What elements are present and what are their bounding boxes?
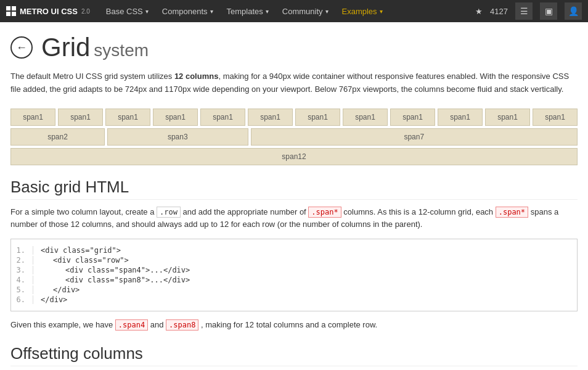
- basic-grid-description: For a simple two column layout, create a…: [10, 206, 578, 232]
- nav-icon-person[interactable]: 👤: [565, 2, 582, 20]
- star-count: 4127: [490, 7, 508, 16]
- grid-cell: span1: [153, 109, 198, 126]
- code-line-5: 5. </div>: [11, 285, 577, 295]
- grid-cell: span1: [200, 109, 245, 126]
- nav-links: Base CSS ▾ Components ▾ Templates ▾ Comm…: [100, 0, 475, 22]
- grid-cell: span1: [248, 109, 293, 126]
- code-span-star-1: .span*: [308, 207, 341, 218]
- grid-demo: span1 span1 span1 span1 span1 span1 span…: [10, 109, 578, 165]
- code-content: </div>: [41, 286, 80, 294]
- nav-icon-monitor[interactable]: ▣: [540, 2, 557, 20]
- back-button[interactable]: ←: [10, 36, 33, 59]
- grid-cell: span1: [10, 109, 55, 126]
- code-content: </div>: [41, 295, 67, 304]
- line-number: 1.: [11, 246, 33, 255]
- code-line-3: 3. <div class="span4">...</div>: [11, 265, 577, 275]
- grid-row-span12: span12: [10, 148, 578, 165]
- grid-cell-span12: span12: [10, 148, 578, 165]
- grid-cell: span1: [485, 109, 530, 126]
- nav-right: ★ 4127 ☰ ▣ 👤: [475, 2, 582, 20]
- code-span4: .span4: [115, 319, 148, 331]
- grid-cell-span2: span2: [10, 128, 105, 146]
- chevron-down-icon: ▾: [145, 8, 149, 15]
- nav-item-basecss[interactable]: Base CSS ▾: [100, 0, 155, 22]
- grid-row-span1s: span1 span1 span1 span1 span1 span1 span…: [10, 109, 578, 126]
- chevron-down-icon: ▾: [266, 8, 269, 15]
- nav-item-community[interactable]: Community ▾: [276, 0, 335, 22]
- nav-item-templates[interactable]: Templates ▾: [221, 0, 275, 22]
- after-code-description: Given this example, we have .span4 and .…: [10, 319, 578, 332]
- line-number: 4.: [11, 276, 33, 284]
- chevron-down-icon: ▾: [380, 8, 383, 15]
- code-content: <div class="span4">...</div>: [41, 266, 190, 274]
- line-number: 3.: [11, 266, 33, 274]
- code-row: .row: [157, 207, 181, 218]
- code-line-2: 2. <div class="row">: [11, 255, 577, 265]
- grid-cell: span1: [533, 109, 578, 126]
- navbar: METRO UI CSS 2.0 Base CSS ▾ Components ▾…: [0, 0, 588, 22]
- code-content: <div class="span8">...</div>: [41, 276, 190, 284]
- grid-cell: span1: [58, 109, 103, 126]
- brand-version: 2.0: [81, 8, 90, 15]
- brand-icon: [6, 6, 16, 16]
- grid-cell: span1: [438, 109, 483, 126]
- main-content: ← Gridsystem The default Metro UI CSS gr…: [4, 22, 584, 370]
- back-arrow-icon: ←: [16, 41, 27, 54]
- code-block: 1. <div class="grid"> 2. <div class="row…: [10, 239, 578, 311]
- intro-description: The default Metro UI CSS grid system uti…: [10, 70, 578, 96]
- grid-cell-span3: span3: [107, 128, 248, 146]
- code-line-4: 4. <div class="span8">...</div>: [11, 275, 577, 285]
- line-number: 5.: [11, 286, 33, 294]
- chevron-down-icon: ▾: [325, 8, 329, 15]
- chevron-down-icon: ▾: [210, 8, 213, 15]
- title-subtitle: system: [94, 41, 149, 60]
- page-title: Gridsystem: [41, 35, 149, 60]
- basic-grid-heading: Basic grid HTML: [10, 178, 578, 200]
- title-main: Grid: [41, 33, 90, 62]
- nav-item-components[interactable]: Components ▾: [156, 0, 219, 22]
- grid-cell: span1: [295, 109, 340, 126]
- brand-name: METRO UI CSS: [20, 7, 78, 16]
- grid-row-mixed: span2 span3 span7: [10, 128, 578, 146]
- brand[interactable]: METRO UI CSS 2.0: [6, 6, 90, 16]
- code-line-6: 6. </div>: [11, 295, 577, 305]
- nav-icon-stacked[interactable]: ☰: [515, 2, 533, 20]
- code-span-star-2: .span*: [496, 207, 528, 218]
- line-number: 2.: [11, 256, 33, 265]
- offsetting-heading: Offsetting columns: [10, 344, 578, 366]
- code-content: <div class="row">: [41, 256, 129, 265]
- nav-item-examples[interactable]: Examples ▾: [336, 0, 389, 22]
- page-title-row: ← Gridsystem: [10, 35, 578, 60]
- star-icon: ★: [475, 7, 483, 16]
- grid-cell: span1: [105, 109, 150, 126]
- grid-cell: span1: [390, 109, 435, 126]
- line-number: 6.: [11, 295, 33, 304]
- code-line-1: 1. <div class="grid">: [11, 245, 577, 255]
- code-span8: .span8: [166, 319, 198, 331]
- grid-cell-span7: span7: [251, 128, 578, 146]
- grid-cell: span1: [343, 109, 388, 126]
- code-content: <div class="grid">: [41, 246, 121, 255]
